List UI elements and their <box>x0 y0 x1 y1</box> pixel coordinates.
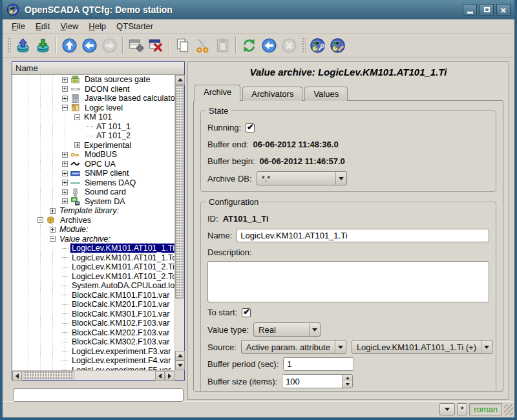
tree-item-logiclev-km101-at101-1-ti[interactable]: LogicLev.KM101.AT101_1.Ti <box>12 244 174 253</box>
tree-item-module[interactable]: Module: <box>12 225 174 235</box>
vertical-scroll-thumb[interactable] <box>175 85 184 299</box>
tab-archivators[interactable]: Archivators <box>242 87 302 101</box>
tree-item-modbus[interactable]: ModBUS <box>12 150 174 160</box>
tree-vertical-scrollbar[interactable] <box>174 75 184 370</box>
tree-item-logiclev-experiment-f5-var[interactable]: LogicLev.experiment.F5.var <box>12 366 174 371</box>
source-select[interactable]: LogicLev.KM101.AT101_1.Ti (+) <box>352 340 492 354</box>
tree-item-java-like-based-calculator[interactable]: Java-like based calculator <box>12 94 174 103</box>
tree-item-data-sources-gate[interactable]: Data sources gate <box>12 75 174 85</box>
collapse-minus-icon[interactable] <box>74 114 80 120</box>
scroll-up-button[interactable] <box>175 75 185 85</box>
go-back-button[interactable] <box>79 36 100 56</box>
menu-item-edit[interactable]: Edit <box>30 20 55 32</box>
buffer-period-input[interactable] <box>283 357 354 371</box>
tree-item-system-autoda-cpuload-load[interactable]: System.AutoDA.CPULoad.load <box>12 281 174 291</box>
tree-item-logiclev-km101-at101-1-to[interactable]: LogicLev.KM101.AT101_1.To <box>12 253 174 263</box>
vision-runtime-button[interactable] <box>328 36 348 56</box>
collapse-minus-icon[interactable] <box>50 236 56 242</box>
tree-item-system-da[interactable]: System DA <box>12 197 174 207</box>
go-forward-button[interactable] <box>100 36 120 56</box>
value-type-select[interactable]: Real <box>253 322 321 337</box>
load-from-db-button[interactable] <box>13 36 33 56</box>
to-start-checkbox[interactable] <box>242 308 251 317</box>
spin-down-button[interactable] <box>343 381 352 388</box>
copy-item-button[interactable] <box>173 36 193 56</box>
expand-plus-icon[interactable] <box>62 171 68 176</box>
expand-plus-icon[interactable] <box>62 96 68 101</box>
refresh-button[interactable] <box>239 36 259 56</box>
stop-update-button[interactable] <box>279 36 299 56</box>
refresh-period-dropdown[interactable] <box>439 403 455 415</box>
maximize-button[interactable] <box>480 4 494 16</box>
description-textarea[interactable] <box>207 261 489 302</box>
menu-item-view[interactable]: View <box>55 20 83 32</box>
menu-item-help[interactable]: Help <box>83 20 111 32</box>
expand-plus-icon[interactable] <box>62 161 68 167</box>
expand-plus-icon[interactable] <box>62 198 68 204</box>
menu-item-qtstarter[interactable]: QTStarter <box>111 20 158 32</box>
tree-item-blockcalc-km101-f101-var[interactable]: BlockCalc.KM101.F101.var <box>12 291 174 300</box>
tree-item-logiclev-km101-at101-2-to[interactable]: LogicLev.KM101.AT101_2.To <box>12 272 174 282</box>
tree-filter-input[interactable] <box>13 388 184 402</box>
tree-item-blockcalc-km202-f103-var[interactable]: BlockCalc.KM202.F103.var <box>12 328 174 338</box>
archive-db-select[interactable]: *.* <box>257 171 347 185</box>
tree-item-snmp-client[interactable]: SNMPSNMP client <box>12 169 174 178</box>
resize-grip[interactable] <box>504 404 513 415</box>
tree-item-km-101[interactable]: KM 101 <box>12 112 174 122</box>
name-input[interactable] <box>237 229 489 242</box>
buffer-size-input[interactable] <box>282 375 342 388</box>
toolbar-handle[interactable] <box>6 37 11 54</box>
tree-item-at-101-2[interactable]: AT 101_2 <box>12 131 174 141</box>
collapse-minus-icon[interactable] <box>62 105 68 110</box>
tree-horizontal-scrollbar[interactable] <box>12 370 174 380</box>
spin-up-button[interactable] <box>343 375 352 381</box>
expand-plus-icon[interactable] <box>62 189 68 195</box>
start-update-button[interactable] <box>259 36 279 56</box>
scroll-right-button[interactable] <box>165 371 174 381</box>
expand-plus-icon[interactable] <box>62 180 68 185</box>
add-item-button[interactable] <box>126 36 146 56</box>
tree-item-value-archive[interactable]: Value archive: <box>12 235 174 244</box>
tree-item-opc-ua[interactable]: OPC UA <box>12 160 174 169</box>
tree-item-blockcalc-km302-f103-var[interactable]: BlockCalc.KM302.F103.var <box>12 337 174 347</box>
save-to-db-button[interactable] <box>33 36 53 56</box>
paste-item-button[interactable] <box>213 36 233 56</box>
scroll-left-button-2[interactable] <box>155 371 165 381</box>
minimize-button[interactable] <box>463 4 477 16</box>
expand-plus-icon[interactable] <box>62 77 68 83</box>
expand-plus-icon[interactable] <box>62 86 68 92</box>
expand-plus-icon[interactable] <box>74 142 80 148</box>
tab-archive[interactable]: Archive <box>195 85 240 101</box>
tree-item-logiclev-km101-at101-2-ti[interactable]: LogicLev.KM101.AT101_2.Ti <box>12 262 174 272</box>
tree-item-dcon-client[interactable]: DCONDCON client <box>12 85 174 94</box>
source-type-select[interactable]: Active param. attribute <box>241 340 346 354</box>
cut-item-button[interactable] <box>193 36 213 56</box>
expand-plus-icon[interactable] <box>50 208 56 214</box>
qtcfg-configurator-button[interactable] <box>308 36 328 56</box>
tree-item-blockcalc-km102-f103-var[interactable]: BlockCalc.KM102.F103.var <box>12 319 174 328</box>
tree-item-experimental[interactable]: Experimental <box>12 141 174 151</box>
tree-column-header[interactable]: Name <box>12 62 184 75</box>
horizontal-scroll-thumb[interactable] <box>23 371 74 379</box>
tree-item-logiclev-experiment-f4-var[interactable]: LogicLev.experiment.F4.var <box>12 356 174 366</box>
expand-plus-icon[interactable] <box>62 152 68 158</box>
title-bar[interactable]: OpenSCADA QTCfg: Demo station × <box>3 0 514 19</box>
tree-item-blockcalc-km201-f101-var[interactable]: BlockCalc.KM201.F101.var <box>12 300 174 310</box>
tree-item-blockcalc-km301-f101-var[interactable]: BlockCalc.KM301.F101.var <box>12 310 174 319</box>
scroll-left-button[interactable] <box>12 371 22 381</box>
scroll-down-button[interactable] <box>175 361 185 370</box>
tree-item-siemens-daq[interactable]: SIEMENSSiemens DAQ <box>12 178 174 188</box>
close-button[interactable]: × <box>496 4 511 16</box>
scroll-up-button-2[interactable] <box>175 351 185 361</box>
modified-indicator-button[interactable]: * <box>457 403 467 415</box>
go-up-button[interactable] <box>59 36 79 56</box>
running-checkbox[interactable] <box>246 123 255 132</box>
menu-item-file[interactable]: File <box>6 20 30 32</box>
toolbar-handle[interactable] <box>301 37 306 54</box>
tree-item-at-101-1[interactable]: AT 101_1 <box>12 122 174 132</box>
collapse-minus-icon[interactable] <box>37 217 43 223</box>
tree-item-logic-level[interactable]: Logic level <box>12 103 174 113</box>
expand-plus-icon[interactable] <box>50 227 56 233</box>
tree-item-logiclev-experiment-f3-var[interactable]: LogicLev.experiment.F3.var <box>12 347 174 357</box>
tab-values[interactable]: Values <box>304 87 348 101</box>
